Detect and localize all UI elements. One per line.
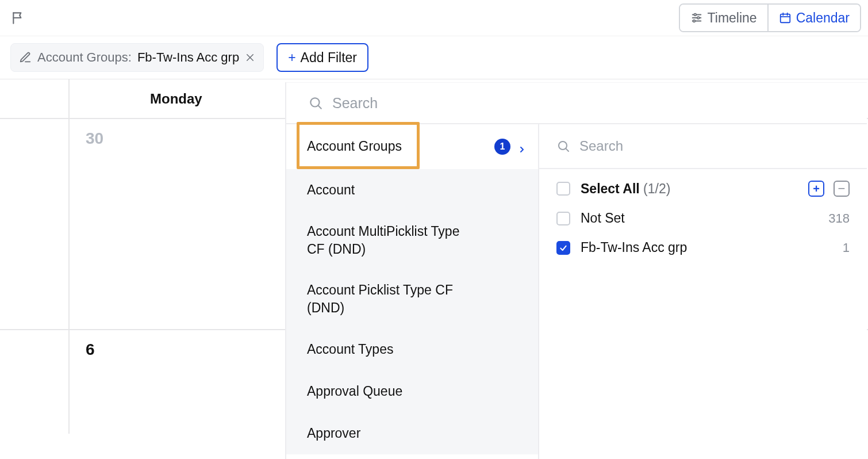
- exclude-all-button[interactable]: −: [834, 181, 850, 197]
- select-all-label: Select All: [581, 181, 640, 196]
- check-icon: [559, 243, 568, 253]
- select-all-count: (1/2): [643, 181, 670, 196]
- option-count: 1: [843, 240, 850, 255]
- select-all-row[interactable]: Select All (1/2) + −: [556, 181, 850, 197]
- category-account[interactable]: Account: [286, 169, 538, 211]
- category-label: Account Types: [307, 341, 393, 358]
- svg-point-1: [694, 14, 696, 16]
- calendar-area: Monday 30 6 Account Groups 1 A: [0, 79, 868, 459]
- svg-point-12: [310, 98, 319, 106]
- day-label-monday: Monday: [150, 91, 202, 107]
- value-list: Select All (1/2) + − Not Set 318 Fb-Tw-I: [539, 169, 867, 255]
- calendar-label: Calendar: [796, 10, 850, 26]
- calendar-view-button[interactable]: Calendar: [767, 5, 860, 31]
- flag-icon: [11, 10, 26, 25]
- category-label: Account MultiPicklist Type CF (DND): [307, 223, 479, 258]
- svg-point-14: [559, 141, 567, 150]
- panel-search-row: [286, 83, 867, 124]
- filter-bar: Account Groups: Fb-Tw-Ins Acc grp + Add …: [0, 36, 868, 79]
- category-label: Approver: [307, 424, 360, 442]
- timeline-label: Timeline: [708, 10, 757, 26]
- category-label: Account: [307, 181, 355, 199]
- svg-point-5: [693, 20, 695, 22]
- view-toggle: Timeline Calendar: [679, 3, 861, 32]
- category-approval-queue[interactable]: Approval Queue: [286, 370, 538, 412]
- option-label: Not Set: [581, 211, 818, 226]
- add-filter-label: Add Filter: [301, 50, 357, 66]
- sliders-icon: [690, 12, 703, 24]
- chevron-right-icon: [517, 142, 527, 151]
- category-label: Account Picklist Type CF (DND): [307, 281, 479, 317]
- filter-category-list: Account Groups 1 Account Account MultiPi…: [286, 124, 539, 459]
- checkbox[interactable]: [556, 182, 570, 196]
- gutter: [0, 79, 70, 118]
- chip-label: Account Groups:: [37, 50, 132, 65]
- value-option-fb-tw-ins[interactable]: Fb-Tw-Ins Acc grp 1: [556, 240, 850, 255]
- values-search-row: [539, 124, 867, 169]
- svg-line-15: [566, 149, 569, 151]
- include-all-button[interactable]: +: [808, 181, 824, 197]
- category-account-groups[interactable]: Account Groups 1: [286, 124, 538, 169]
- filter-chip-account-groups[interactable]: Account Groups: Fb-Tw-Ins Acc grp: [10, 43, 264, 72]
- close-icon[interactable]: [245, 52, 255, 63]
- plus-icon: +: [288, 50, 295, 66]
- search-icon: [308, 95, 323, 110]
- filter-dropdown-panel: Account Groups 1 Account Account MultiPi…: [286, 82, 867, 459]
- filter-values-pane: Select All (1/2) + − Not Set 318 Fb-Tw-I: [539, 124, 867, 459]
- category-account-multipicklist[interactable]: Account MultiPicklist Type CF (DND): [286, 211, 538, 270]
- category-account-picklist[interactable]: Account Picklist Type CF (DND): [286, 270, 538, 328]
- category-label: Account Groups: [307, 139, 402, 154]
- panel-search-input[interactable]: [332, 95, 852, 112]
- option-label: Fb-Tw-Ins Acc grp: [581, 240, 832, 255]
- svg-rect-6: [780, 14, 790, 23]
- search-icon: [556, 139, 570, 153]
- gutter: [0, 330, 70, 434]
- checkbox[interactable]: [556, 212, 570, 225]
- checkbox-checked[interactable]: [556, 241, 570, 255]
- category-account-types[interactable]: Account Types: [286, 328, 538, 370]
- add-filter-button[interactable]: + Add Filter: [276, 43, 368, 72]
- option-count: 318: [828, 211, 850, 226]
- selected-count-badge: 1: [494, 139, 510, 155]
- chip-value: Fb-Tw-Ins Acc grp: [137, 50, 239, 65]
- flag-icon-button[interactable]: [3, 3, 33, 33]
- svg-line-13: [318, 106, 321, 109]
- edit-icon: [19, 51, 32, 64]
- svg-point-3: [697, 17, 700, 19]
- panel-body: Account Groups 1 Account Account MultiPi…: [286, 124, 867, 459]
- calendar-icon: [779, 12, 792, 24]
- values-search-input[interactable]: [579, 138, 852, 154]
- value-option-not-set[interactable]: Not Set 318: [556, 211, 850, 226]
- top-bar: Timeline Calendar: [0, 0, 868, 36]
- gutter: [0, 119, 70, 329]
- category-label: Approval Queue: [307, 382, 402, 400]
- timeline-view-button[interactable]: Timeline: [680, 5, 767, 31]
- category-approver[interactable]: Approver: [286, 412, 538, 454]
